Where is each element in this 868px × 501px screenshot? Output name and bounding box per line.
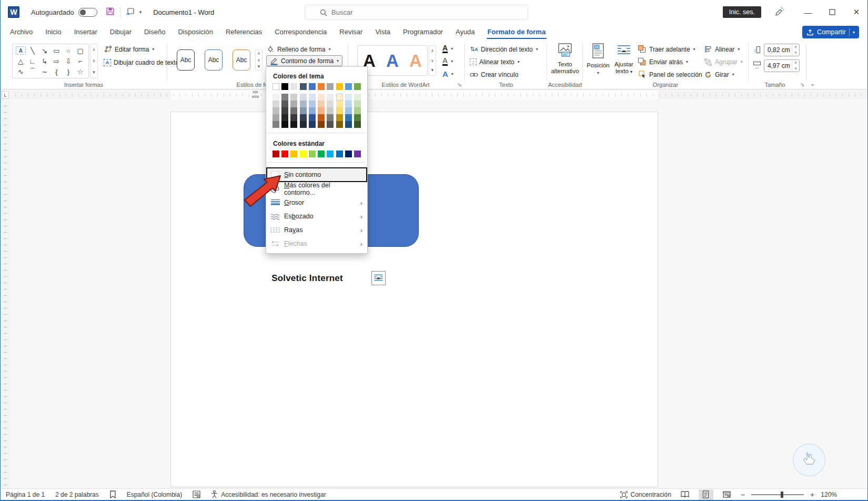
wordart-up-icon[interactable]: ∧	[429, 46, 436, 56]
share-chevron-icon[interactable]: ▾	[853, 30, 855, 35]
rectangle-shape-icon[interactable]: ▭	[51, 45, 63, 56]
language-indicator[interactable]: Español (Colombia)	[127, 491, 182, 498]
theme-variant-swatch[interactable]	[354, 107, 361, 114]
bring-forward-button[interactable]: Traer adelante▾	[638, 44, 695, 55]
width-input[interactable]	[764, 62, 792, 69]
tab-inicio[interactable]: Inicio	[39, 26, 67, 38]
elbow-connector-shape-icon[interactable]: ∟	[27, 56, 39, 66]
send-backward-button[interactable]: Enviar atrás▾	[638, 56, 688, 67]
right-arrow-shape-icon[interactable]: ⇨	[51, 56, 63, 66]
theme-variant-swatch[interactable]	[318, 94, 325, 101]
tab-dibujar[interactable]: Dibujar	[104, 26, 138, 38]
theme-variant-swatch[interactable]	[327, 107, 334, 114]
theme-variant-swatch[interactable]	[318, 101, 325, 107]
standard-color-swatch[interactable]	[345, 151, 352, 157]
right-brace-shape-icon[interactable]: }	[63, 66, 75, 77]
rotate-button[interactable]: Girar▾	[704, 69, 734, 80]
quick-access-chevron-icon[interactable]: ▾	[139, 9, 142, 15]
theme-variant-swatch[interactable]	[354, 94, 361, 101]
tab-ayuda[interactable]: Ayuda	[449, 26, 481, 38]
zoom-out-button[interactable]: −	[741, 490, 745, 499]
tab-programador[interactable]: Programador	[397, 26, 449, 38]
search-box[interactable]	[305, 5, 528, 20]
height-spinner[interactable]: ∧∨	[764, 44, 800, 56]
shape-fill-button[interactable]: Relleno de forma▾	[266, 44, 330, 55]
standard-color-swatch[interactable]	[272, 151, 279, 157]
theme-variant-swatch[interactable]	[300, 101, 307, 107]
standard-color-swatch[interactable]	[309, 151, 316, 157]
styles-up-icon[interactable]: ∧	[256, 50, 262, 57]
tab-formato-de-forma[interactable]: Formato de forma	[481, 26, 552, 38]
create-link-button[interactable]: Crear vínculo	[470, 69, 518, 80]
theme-variant-swatch[interactable]	[318, 107, 325, 114]
standard-color-swatch[interactable]	[327, 151, 334, 157]
document-page[interactable]	[170, 112, 658, 487]
theme-variant-swatch[interactable]	[336, 107, 343, 114]
theme-color-swatch[interactable]	[354, 83, 361, 90]
line-shape-icon[interactable]: ╲	[27, 45, 39, 56]
tab-insertar[interactable]: Insertar	[68, 26, 104, 38]
theme-variant-swatch[interactable]	[272, 121, 279, 128]
theme-variant-swatch[interactable]	[327, 94, 334, 101]
draw-textbox-button[interactable]: A Dibujar cuadro de texto	[104, 57, 179, 68]
tab-vista[interactable]: Vista	[369, 26, 397, 38]
align-text-button[interactable]: ↕ Alinear texto▾	[470, 56, 520, 67]
left-brace-shape-icon[interactable]: {	[51, 66, 63, 77]
gallery-more-icon[interactable]: ▼	[90, 67, 97, 78]
theme-variant-swatch[interactable]	[318, 121, 325, 128]
theme-color-swatch[interactable]	[336, 83, 343, 90]
editor-icon[interactable]	[193, 490, 200, 498]
text-outline-button[interactable]: A▾	[442, 56, 453, 67]
theme-variant-swatch[interactable]	[345, 114, 352, 121]
wrap-text-button[interactable]: Ajustartexto ▾	[611, 43, 637, 75]
theme-variant-swatch[interactable]	[300, 107, 307, 114]
height-input[interactable]	[764, 46, 792, 54]
layout-options-button[interactable]	[371, 271, 386, 285]
alt-text-button[interactable]: Texto alternativo	[550, 43, 580, 75]
theme-variant-swatch[interactable]	[272, 114, 279, 121]
share-button[interactable]: Compartir ▾	[802, 26, 859, 38]
sign-in-button[interactable]: Inic. ses.	[723, 6, 761, 18]
word-count[interactable]: 2 de 2 palabras	[55, 491, 99, 498]
maximize-button[interactable]	[820, 0, 844, 24]
web-layout-button[interactable]	[720, 489, 734, 500]
focus-mode-button[interactable]: Concentración	[620, 491, 671, 498]
tab-archivo[interactable]: Archivo	[4, 26, 39, 38]
close-button[interactable]: ✕	[844, 0, 868, 24]
shape-outline-button[interactable]: Contorno de forma▾	[266, 55, 342, 66]
indent-marker[interactable]	[253, 91, 258, 93]
theme-variant-swatch[interactable]	[327, 121, 334, 128]
selection-pane-button[interactable]: Panel de selección	[638, 69, 702, 80]
size-dialog-launcher-icon[interactable]: ⇘	[800, 82, 804, 87]
theme-variant-swatch[interactable]	[354, 114, 361, 121]
theme-variant-swatch[interactable]	[272, 101, 279, 107]
edit-shape-button[interactable]: Editar forma▾	[104, 44, 154, 55]
theme-variant-swatch[interactable]	[336, 94, 343, 101]
styles-down-icon[interactable]: ∨	[256, 57, 262, 64]
shape-style-preset-2[interactable]: Abc	[205, 49, 223, 71]
theme-variant-swatch[interactable]	[327, 114, 334, 121]
shape-styles-scroll[interactable]: ∧∨▼	[255, 49, 263, 71]
zoom-level[interactable]: 120%	[821, 491, 837, 498]
gallery-up-icon[interactable]: ∧	[90, 44, 97, 55]
wordart-more-icon[interactable]: ▼	[429, 65, 436, 75]
theme-color-swatch[interactable]	[272, 83, 279, 90]
theme-variant-swatch[interactable]	[336, 101, 343, 107]
theme-variant-swatch[interactable]	[290, 121, 297, 128]
autosave-toggle[interactable]	[78, 8, 97, 17]
theme-color-swatch[interactable]	[300, 83, 307, 90]
text-effects-button[interactable]: A▾	[442, 68, 453, 79]
theme-variant-swatch[interactable]	[281, 107, 288, 114]
vertical-ruler[interactable]	[1, 100, 9, 488]
theme-variant-swatch[interactable]	[345, 121, 352, 128]
theme-variant-swatch[interactable]	[281, 121, 288, 128]
minimize-button[interactable]: —	[796, 0, 820, 24]
arc-shape-icon[interactable]: ⌒	[27, 66, 39, 77]
corner-shape-shape-icon[interactable]: ⌐	[74, 56, 86, 66]
width-spinner[interactable]: ∧∨	[764, 59, 800, 72]
theme-variant-swatch[interactable]	[281, 94, 288, 101]
theme-color-swatch[interactable]	[327, 83, 334, 90]
theme-color-swatch[interactable]	[318, 83, 325, 90]
tab-referencias[interactable]: Referencias	[219, 26, 268, 38]
theme-variant-swatch[interactable]	[309, 114, 316, 121]
